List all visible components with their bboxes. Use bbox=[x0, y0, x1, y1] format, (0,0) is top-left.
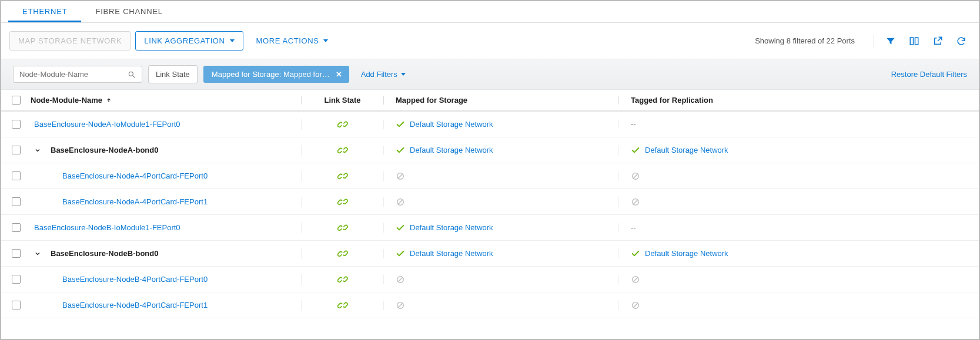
blocked-icon bbox=[396, 171, 405, 181]
row-checkbox[interactable] bbox=[12, 146, 21, 154]
row-mapped-cell bbox=[383, 197, 618, 207]
link-aggregation-button[interactable]: LINK AGGREGATION bbox=[135, 31, 243, 51]
row-tagged-cell bbox=[618, 301, 979, 310]
table-row: BaseEnclosure-NodeA-bond0 Default Storag… bbox=[1, 137, 979, 163]
column-header-mapped[interactable]: Mapped for Storage bbox=[383, 96, 618, 105]
row-mapped-cell bbox=[383, 301, 618, 310]
port-name-link[interactable]: BaseEnclosure-NodeB-4PortCard-FEPort0 bbox=[62, 275, 208, 284]
chevron-down-icon[interactable] bbox=[34, 147, 44, 154]
row-mapped-cell bbox=[383, 171, 618, 181]
column-header-name-label: Node-Module-Name bbox=[31, 96, 102, 105]
row-checkbox[interactable] bbox=[12, 249, 21, 258]
link-ok-icon bbox=[337, 274, 348, 285]
table-row: BaseEnclosure-NodeB-4PortCard-FEPort0 bbox=[1, 267, 979, 292]
check-icon bbox=[396, 120, 405, 129]
row-checkbox[interactable] bbox=[12, 197, 21, 206]
row-link-state-cell bbox=[301, 248, 383, 259]
column-header-name[interactable]: Node-Module-Name bbox=[31, 96, 301, 105]
svg-line-11 bbox=[633, 200, 638, 204]
select-all-checkbox[interactable] bbox=[12, 96, 21, 105]
row-select-cell bbox=[1, 146, 31, 154]
toolbar: MAP STORAGE NETWORK LINK AGGREGATION MOR… bbox=[1, 23, 979, 59]
port-name-link[interactable]: BaseEnclosure-NodeA-IoModule1-FEPort0 bbox=[34, 120, 180, 129]
more-actions-button[interactable]: MORE ACTIONS bbox=[248, 32, 337, 50]
blocked-icon bbox=[396, 275, 405, 284]
row-tagged-cell bbox=[618, 171, 979, 181]
column-header-tagged[interactable]: Tagged for Replication bbox=[618, 96, 979, 105]
no-value: -- bbox=[631, 223, 636, 232]
storage-network-link[interactable]: Default Storage Network bbox=[410, 120, 493, 129]
export-icon[interactable] bbox=[932, 35, 944, 47]
row-link-state-cell bbox=[301, 171, 383, 181]
svg-line-5 bbox=[398, 174, 403, 179]
storage-network-link[interactable]: Default Storage Network bbox=[645, 249, 728, 258]
search-input[interactable] bbox=[19, 70, 128, 79]
row-tagged-cell: -- bbox=[618, 223, 979, 232]
table-row: BaseEnclosure-NodeB-bond0 Default Storag… bbox=[1, 241, 979, 267]
tab-fibre-channel[interactable]: FIBRE CHANNEL bbox=[81, 1, 176, 22]
filter-chip-link-state[interactable]: Link State bbox=[148, 65, 198, 83]
row-checkbox[interactable] bbox=[12, 223, 21, 232]
columns-icon[interactable] bbox=[908, 35, 920, 47]
svg-rect-1 bbox=[915, 38, 918, 45]
filter-bar: Link State Mapped for Storage: Mapped fo… bbox=[1, 59, 979, 90]
row-mapped-cell: Default Storage Network bbox=[383, 120, 618, 129]
row-checkbox[interactable] bbox=[12, 301, 21, 309]
check-icon bbox=[396, 223, 405, 233]
row-checkbox[interactable] bbox=[12, 120, 21, 129]
add-filters-button[interactable]: Add Filters bbox=[355, 70, 406, 79]
tab-ethernet[interactable]: ETHERNET bbox=[8, 1, 81, 22]
row-mapped-cell: Default Storage Network bbox=[383, 249, 618, 258]
row-tagged-cell: Default Storage Network bbox=[618, 249, 979, 258]
tab-bar: ETHERNET FIBRE CHANNEL bbox=[1, 1, 979, 23]
row-checkbox[interactable] bbox=[12, 171, 21, 180]
row-checkbox[interactable] bbox=[12, 275, 21, 284]
row-tagged-cell bbox=[618, 197, 979, 207]
column-header-link-state[interactable]: Link State bbox=[301, 96, 383, 105]
row-select-cell bbox=[1, 275, 31, 284]
row-name-cell: BaseEnclosure-NodeB-4PortCard-FEPort1 bbox=[31, 301, 301, 309]
storage-network-link[interactable]: Default Storage Network bbox=[410, 146, 493, 154]
table-header: Node-Module-Name Link State Mapped for S… bbox=[1, 90, 979, 112]
storage-network-link[interactable]: Default Storage Network bbox=[645, 146, 728, 154]
filter-icon[interactable] bbox=[885, 35, 897, 47]
row-name-cell: BaseEnclosure-NodeA-4PortCard-FEPort0 bbox=[31, 171, 301, 180]
row-select-cell bbox=[1, 223, 31, 232]
chevron-down-icon[interactable] bbox=[34, 250, 44, 257]
port-name-link[interactable]: BaseEnclosure-NodeA-4PortCard-FEPort0 bbox=[62, 171, 208, 180]
restore-default-filters-link[interactable]: Restore Default Filters bbox=[891, 70, 967, 79]
close-icon[interactable]: ✕ bbox=[336, 70, 342, 79]
row-link-state-cell bbox=[301, 145, 383, 156]
filter-chip-mapped-active[interactable]: Mapped for Storage: Mapped for… ✕ bbox=[203, 66, 349, 83]
storage-network-link[interactable]: Default Storage Network bbox=[410, 249, 493, 258]
svg-line-7 bbox=[633, 174, 638, 179]
row-select-cell bbox=[1, 301, 31, 309]
port-name-link[interactable]: BaseEnclosure-NodeA-4PortCard-FEPort1 bbox=[62, 197, 208, 206]
ports-table: Node-Module-Name Link State Mapped for S… bbox=[1, 90, 979, 318]
port-name-link[interactable]: BaseEnclosure-NodeB-IoModule1-FEPort0 bbox=[34, 223, 180, 232]
svg-line-9 bbox=[398, 200, 403, 204]
row-name-cell: BaseEnclosure-NodeB-IoModule1-FEPort0 bbox=[31, 223, 301, 232]
results-summary: Showing 8 filtered of 22 Ports bbox=[755, 36, 855, 45]
row-tagged-cell bbox=[618, 275, 979, 284]
table-row: BaseEnclosure-NodeA-IoModule1-FEPort0 De… bbox=[1, 112, 979, 137]
blocked-icon bbox=[631, 275, 640, 284]
row-mapped-cell: Default Storage Network bbox=[383, 146, 618, 155]
port-name-link[interactable]: BaseEnclosure-NodeB-4PortCard-FEPort1 bbox=[62, 301, 208, 309]
table-row: BaseEnclosure-NodeA-4PortCard-FEPort0 bbox=[1, 163, 979, 189]
search-icon bbox=[128, 70, 136, 79]
svg-point-2 bbox=[129, 72, 133, 76]
link-ok-icon bbox=[337, 197, 348, 207]
table-row: BaseEnclosure-NodeB-IoModule1-FEPort0 De… bbox=[1, 215, 979, 241]
row-mapped-cell: Default Storage Network bbox=[383, 223, 618, 233]
row-link-state-cell bbox=[301, 300, 383, 311]
row-name-cell: BaseEnclosure-NodeB-4PortCard-FEPort0 bbox=[31, 275, 301, 284]
blocked-icon bbox=[631, 197, 640, 207]
search-box[interactable] bbox=[13, 66, 142, 83]
check-icon bbox=[396, 146, 405, 155]
svg-line-15 bbox=[633, 277, 638, 282]
row-name-cell: BaseEnclosure-NodeA-4PortCard-FEPort1 bbox=[31, 197, 301, 206]
storage-network-link[interactable]: Default Storage Network bbox=[410, 223, 493, 232]
filter-chip-mapped-label: Mapped for Storage: Mapped for… bbox=[212, 70, 330, 79]
refresh-icon[interactable] bbox=[955, 35, 967, 47]
